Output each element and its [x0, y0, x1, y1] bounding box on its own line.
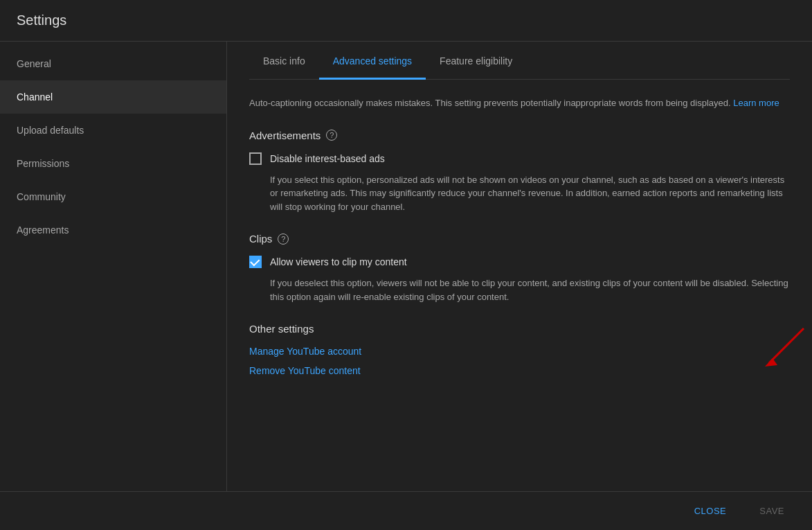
clips-section: Clips ? Allow viewers to clip my content…	[249, 233, 790, 303]
learn-more-link[interactable]: Learn more	[733, 98, 779, 108]
tab-feature-eligibility[interactable]: Feature eligibility	[426, 44, 526, 80]
disable-ads-checkbox[interactable]	[249, 152, 262, 165]
footer: CLOSE SAVE	[0, 491, 812, 530]
other-settings-section: Other settings Manage YouTube account Re…	[249, 323, 790, 376]
disable-ads-row: Disable interest-based ads	[249, 152, 790, 165]
advertisements-title: Advertisements ?	[249, 130, 790, 141]
tab-basic-info[interactable]: Basic info	[249, 44, 319, 80]
allow-clips-label: Allow viewers to clip my content	[270, 256, 407, 267]
sidebar: General Channel Upload defaults Permissi…	[0, 42, 227, 491]
other-settings-title: Other settings	[249, 323, 790, 335]
title-bar: Settings	[0, 0, 812, 42]
tabs-bar: Basic info Advanced settings Feature eli…	[249, 42, 790, 80]
clips-help-icon[interactable]: ?	[278, 233, 289, 245]
clips-title: Clips ?	[249, 233, 790, 245]
page-title: Settings	[17, 12, 795, 28]
sidebar-item-general[interactable]: General	[0, 47, 226, 80]
close-button[interactable]: CLOSE	[683, 500, 738, 522]
advertisements-help-icon[interactable]: ?	[326, 130, 337, 141]
advertisements-section: Advertisements ? Disable interest-based …	[249, 130, 790, 214]
clips-description: If you deselect this option, viewers wil…	[270, 276, 790, 303]
sidebar-item-permissions[interactable]: Permissions	[0, 147, 226, 180]
sidebar-item-community[interactable]: Community	[0, 180, 226, 213]
autocaption-section: Auto-captioning occasionally makes mista…	[249, 96, 790, 110]
sidebar-item-upload-defaults[interactable]: Upload defaults	[0, 114, 226, 147]
sidebar-item-agreements[interactable]: Agreements	[0, 213, 226, 247]
other-settings-links: Manage YouTube account Remove YouTube co…	[249, 346, 790, 376]
sidebar-item-channel[interactable]: Channel	[0, 80, 226, 114]
allow-clips-checkbox[interactable]	[249, 256, 262, 268]
save-button[interactable]: SAVE	[748, 500, 795, 522]
allow-clips-row: Allow viewers to clip my content	[249, 256, 790, 268]
advertisements-description: If you select this option, personalized …	[270, 173, 790, 214]
disable-ads-label: Disable interest-based ads	[270, 153, 385, 164]
remove-youtube-link[interactable]: Remove YouTube content	[249, 365, 790, 376]
main-content: Basic info Advanced settings Feature eli…	[227, 42, 812, 491]
manage-youtube-link[interactable]: Manage YouTube account	[249, 346, 790, 357]
autocaption-description: Auto-captioning occasionally makes mista…	[249, 96, 790, 110]
tab-advanced-settings[interactable]: Advanced settings	[319, 44, 426, 80]
